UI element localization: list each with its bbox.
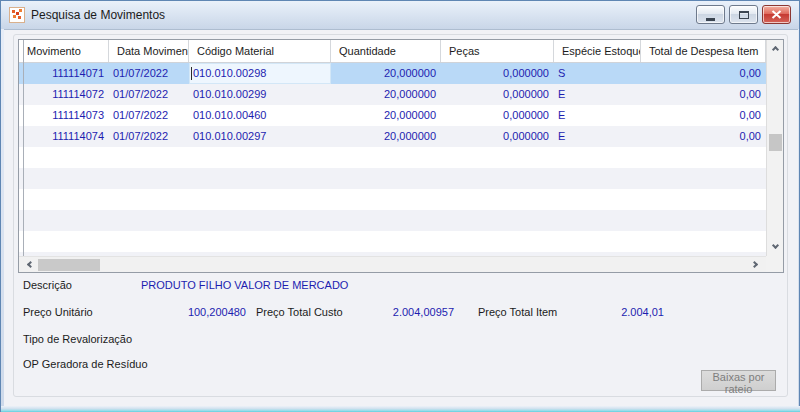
preco-total-item-label: Preço Total Item (478, 306, 557, 318)
vertical-scrollbar[interactable] (766, 40, 783, 256)
maximize-button[interactable] (729, 5, 758, 24)
grid-header: MovimentoData MovimentoCódigo MaterialQu… (19, 40, 766, 63)
baixas-por-rateio-button[interactable]: Baixas por rateio (701, 370, 776, 391)
preco-total-custo-value: 2.004,00957 (349, 306, 454, 318)
empty-row (19, 231, 766, 252)
table-row[interactable]: 11111407201/07/2022010.010.0029920,00000… (19, 84, 766, 105)
cell-especie_estoque[interactable]: E (554, 105, 641, 126)
app-icon (9, 7, 25, 23)
cell-quantidade[interactable]: 20,000000 (331, 126, 441, 147)
cell-especie_estoque[interactable]: E (554, 126, 641, 147)
cell-movimento[interactable]: 111114072 (19, 84, 109, 105)
column-header-quantidade[interactable]: Quantidade (331, 40, 441, 62)
cell-total_despesa_item[interactable]: 0,00 (641, 105, 766, 126)
cell-total_despesa_item[interactable]: 0,00 (641, 126, 766, 147)
chevron-up-icon (771, 46, 778, 53)
horizontal-scrollbar[interactable] (19, 256, 766, 272)
empty-row (19, 210, 766, 231)
grid-body: 11111407101/07/2022010.010.0029820,00000… (19, 63, 766, 256)
title-bar: Pesquisa de Movimentos (1, 1, 799, 29)
cell-especie_estoque[interactable]: S (554, 63, 641, 84)
scroll-up-button[interactable] (767, 40, 783, 56)
column-header-data_movimento[interactable]: Data Movimento (109, 40, 189, 62)
window-controls (696, 5, 791, 24)
tipo-revalorizacao-label: Tipo de Revalorização (23, 333, 132, 345)
vertical-scroll-thumb[interactable] (769, 134, 782, 151)
empty-row (19, 147, 766, 168)
cell-quantidade[interactable]: 20,000000 (331, 63, 441, 84)
table-row[interactable]: 11111407301/07/2022010.010.0046020,00000… (19, 105, 766, 126)
scroll-right-button[interactable] (748, 257, 764, 272)
table-row[interactable]: 11111407101/07/2022010.010.0029820,00000… (19, 63, 766, 84)
cell-movimento[interactable]: 111114074 (19, 126, 109, 147)
movements-grid: MovimentoData MovimentoCódigo MaterialQu… (18, 39, 784, 273)
window-bottom-frame (1, 406, 800, 412)
empty-row (19, 189, 766, 210)
cell-quantidade[interactable]: 20,000000 (331, 105, 441, 126)
descricao-value: PRODUTO FILHO VALOR DE MERCADO (141, 279, 348, 291)
cell-movimento[interactable]: 111114071 (19, 63, 109, 84)
chevron-right-icon (751, 261, 758, 268)
cell-data_movimento[interactable]: 01/07/2022 (109, 63, 189, 84)
row-indicator-column (23, 40, 24, 256)
column-header-movimento[interactable]: Movimento (19, 40, 109, 62)
cell-movimento[interactable]: 111114073 (19, 105, 109, 126)
close-button[interactable] (762, 5, 791, 24)
minimize-button[interactable] (696, 5, 725, 24)
scrollbar-corner (766, 256, 783, 272)
table-row[interactable]: 11111407401/07/2022010.010.0029720,00000… (19, 126, 766, 147)
cell-codigo_material[interactable]: 010.010.00299 (189, 84, 331, 105)
cell-data_movimento[interactable]: 01/07/2022 (109, 126, 189, 147)
codigo-material-editor[interactable]: 010.010.00298 (189, 63, 331, 84)
preco-unitario-label: Preço Unitário (23, 306, 93, 318)
chevron-left-icon (27, 261, 34, 268)
column-header-total_despesa_item[interactable]: Total de Despesa Item (641, 40, 766, 62)
cell-especie_estoque[interactable]: E (554, 84, 641, 105)
preco-total-custo-label: Preço Total Custo (256, 306, 343, 318)
cell-total_despesa_item[interactable]: 0,00 (641, 63, 766, 84)
chevron-down-icon (771, 242, 778, 249)
column-header-especie_estoque[interactable]: Espécie Estoque (554, 40, 641, 62)
cell-data_movimento[interactable]: 01/07/2022 (109, 84, 189, 105)
cell-data_movimento[interactable]: 01/07/2022 (109, 105, 189, 126)
text-caret (191, 67, 192, 80)
cell-codigo_material[interactable]: 010.010.00460 (189, 105, 331, 126)
scroll-down-button[interactable] (767, 239, 783, 255)
close-icon (771, 10, 782, 19)
cell-pecas[interactable]: 0,000000 (441, 105, 554, 126)
minimize-icon (706, 18, 715, 21)
window-title: Pesquisa de Movimentos (31, 8, 165, 22)
descricao-label: Descrição (23, 279, 72, 291)
preco-unitario-value: 100,200480 (141, 306, 246, 318)
maximize-icon (739, 11, 749, 19)
horizontal-scroll-thumb[interactable] (38, 259, 100, 271)
column-header-pecas[interactable]: Peças (441, 40, 554, 62)
cell-pecas[interactable]: 0,000000 (441, 63, 554, 84)
column-header-codigo_material[interactable]: Código Material (189, 40, 331, 62)
cell-codigo_material[interactable]: 010.010.00297 (189, 126, 331, 147)
scroll-left-button[interactable] (21, 257, 37, 272)
cell-pecas[interactable]: 0,000000 (441, 126, 554, 147)
app-window: Pesquisa de Movimentos MovimentoData Mov… (0, 0, 800, 412)
cell-quantidade[interactable]: 20,000000 (331, 84, 441, 105)
op-geradora-label: OP Geradora de Resíduo (23, 358, 148, 370)
cell-total_despesa_item[interactable]: 0,00 (641, 84, 766, 105)
preco-total-item-value: 2.004,01 (559, 306, 664, 318)
empty-row (19, 168, 766, 189)
cell-pecas[interactable]: 0,000000 (441, 84, 554, 105)
